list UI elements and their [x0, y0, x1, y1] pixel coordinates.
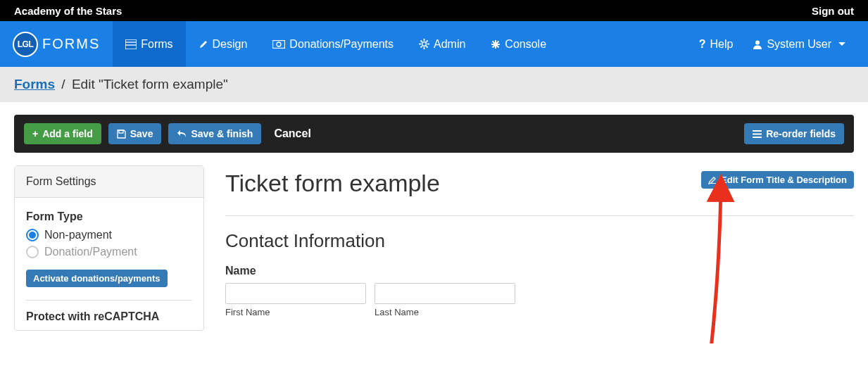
section-contact-info: Contact Information: [225, 230, 854, 252]
last-name-sublabel: Last Name: [375, 307, 515, 317]
save-finish-label: Save & finish: [191, 128, 253, 139]
nav-donations-label: Donations/Payments: [289, 38, 394, 51]
nav-user-label: System User: [767, 38, 831, 51]
nav-help-label: Help: [710, 38, 734, 51]
nav-admin-label: Admin: [434, 38, 465, 51]
nav-console[interactable]: Console: [478, 21, 559, 67]
save-label: Save: [130, 128, 153, 139]
svg-line-12: [421, 46, 422, 48]
nav-design[interactable]: Design: [186, 21, 260, 67]
edit-form-title-label: Edit Form Title & Description: [721, 175, 847, 185]
breadcrumb-forms-link[interactable]: Forms: [14, 77, 55, 92]
add-field-label: Add a field: [42, 128, 93, 139]
reorder-label: Re-order fields: [766, 128, 836, 139]
reply-icon: [177, 130, 187, 138]
nav-user-menu[interactable]: System User: [743, 38, 855, 51]
brand-product: FORMS: [42, 36, 100, 52]
svg-point-5: [422, 42, 427, 46]
save-finish-button[interactable]: Save & finish: [168, 123, 261, 144]
svg-rect-23: [709, 183, 716, 184]
edit-form-title-button[interactable]: Edit Form Title & Description: [701, 171, 854, 189]
name-field-label: Name: [225, 265, 854, 277]
nav-items-left: Forms Design Donations/Payments Admin Co…: [113, 21, 559, 67]
brand-logo-icon: LGL: [13, 32, 38, 57]
question-icon: ?: [699, 38, 706, 51]
pencil-icon: [199, 39, 208, 49]
svg-point-4: [277, 42, 281, 46]
first-name-input[interactable]: [225, 283, 366, 304]
topbar: Academy of the Stars Sign out: [0, 0, 868, 21]
radio-donation[interactable]: Donation/Payment: [26, 246, 192, 258]
asterisk-icon: [491, 39, 501, 49]
cancel-link[interactable]: Cancel: [274, 127, 310, 140]
annotation-arrow-icon: [690, 172, 739, 343]
gear-icon: [419, 39, 429, 49]
svg-line-10: [421, 41, 422, 42]
edit-icon: [708, 176, 717, 184]
navbar: LGL FORMS Forms Design Donations/Payment…: [0, 21, 868, 67]
radio-nonpayment-label: Non-payment: [44, 229, 112, 241]
plus-icon: +: [32, 128, 38, 139]
save-button[interactable]: Save: [108, 123, 162, 144]
nav-items-right: ? Help System User: [689, 21, 855, 67]
breadcrumb-separator: /: [61, 77, 65, 92]
first-name-sublabel: First Name: [225, 307, 366, 317]
form-settings-header: Form Settings: [15, 166, 203, 198]
last-name-input[interactable]: [375, 283, 515, 304]
breadcrumb: Forms / Edit "Ticket form example": [0, 67, 868, 102]
nav-design-label: Design: [213, 38, 248, 51]
svg-line-13: [427, 41, 428, 42]
reorder-fields-button[interactable]: Re-order fields: [744, 123, 844, 144]
content: + Add a field Save Save & finish Cancel …: [0, 102, 868, 343]
svg-point-18: [755, 40, 760, 44]
save-icon: [117, 130, 126, 139]
form-type-label: Form Type: [26, 210, 192, 223]
activate-donations-label: Activate donations/payments: [33, 273, 161, 284]
svg-rect-0: [125, 39, 137, 49]
form-settings-panel: Form Settings Form Type Non-payment Dona…: [14, 165, 204, 331]
radio-donation-label: Donation/Payment: [44, 246, 137, 258]
brand[interactable]: LGL FORMS: [13, 21, 113, 67]
nav-console-label: Console: [505, 38, 546, 51]
list-icon: [125, 39, 137, 49]
radio-icon: [26, 229, 39, 241]
user-icon: [753, 39, 762, 49]
money-icon: [272, 40, 285, 49]
nav-donations[interactable]: Donations/Payments: [260, 21, 406, 67]
hamburger-icon: [753, 130, 762, 138]
add-field-button[interactable]: + Add a field: [24, 123, 101, 144]
nav-forms-label: Forms: [141, 38, 172, 51]
activate-donations-button[interactable]: Activate donations/payments: [26, 270, 168, 287]
form-canvas: Ticket form example Edit Form Title & De…: [225, 165, 854, 331]
svg-line-11: [427, 46, 428, 48]
breadcrumb-current: Edit "Ticket form example": [72, 77, 228, 92]
nav-admin[interactable]: Admin: [406, 21, 478, 67]
caret-down-icon: [838, 42, 845, 46]
protect-recaptcha-label: Protect with reCAPTCHA: [26, 310, 192, 323]
action-toolbar: + Add a field Save Save & finish Cancel …: [14, 115, 854, 153]
site-name: Academy of the Stars: [14, 5, 122, 17]
nav-forms[interactable]: Forms: [113, 21, 185, 67]
radio-icon: [26, 246, 39, 258]
form-title: Ticket form example: [225, 170, 440, 197]
nav-help[interactable]: ? Help: [689, 38, 743, 51]
radio-nonpayment[interactable]: Non-payment: [26, 229, 192, 241]
svg-rect-3: [273, 40, 285, 48]
sign-out-link[interactable]: Sign out: [812, 5, 854, 17]
